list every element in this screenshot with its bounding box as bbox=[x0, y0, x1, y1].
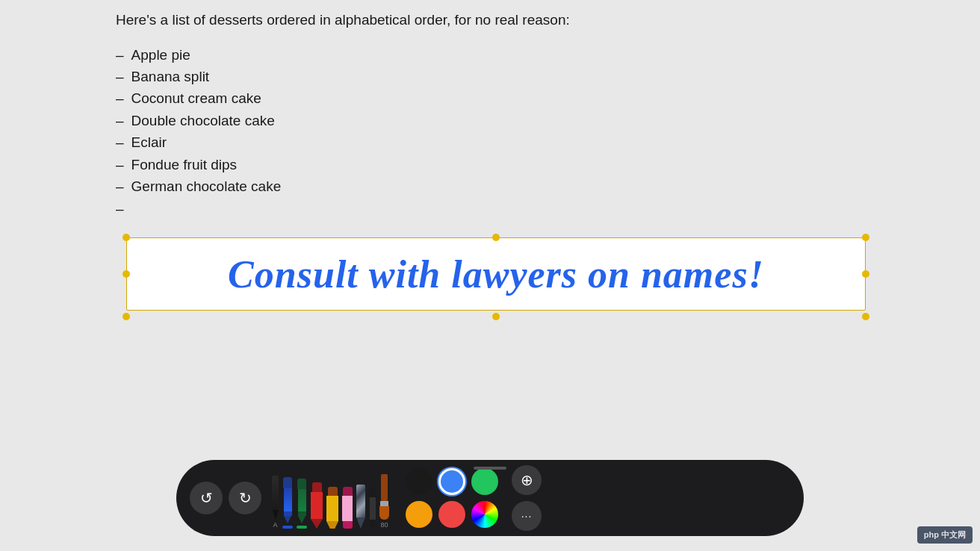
badge-text: php 中文网 bbox=[924, 530, 966, 539]
list-item: –Apple pie bbox=[116, 44, 864, 66]
drag-handle bbox=[474, 467, 506, 470]
main-content: Here's a list of desserts ordered in alp… bbox=[0, 0, 980, 331]
toolbar: ↺ ↻ A bbox=[176, 460, 804, 536]
paint-brush-tool[interactable]: 80 bbox=[379, 472, 389, 529]
intro-paragraph: Here's a list of desserts ordered in alp… bbox=[116, 10, 864, 31]
handwriting-content: Consult with lawyers on names! bbox=[228, 252, 764, 296]
dark-pen-tool[interactable] bbox=[369, 475, 376, 529]
undo-button[interactable]: ↺ bbox=[190, 482, 223, 514]
list-item: –Fondue fruit dips bbox=[116, 154, 864, 175]
handle-mr[interactable] bbox=[862, 270, 869, 278]
green-pen-tool[interactable] bbox=[297, 470, 307, 529]
dash: – bbox=[116, 110, 124, 131]
list-item: –Double chocolate cake bbox=[116, 110, 864, 131]
pink-tool[interactable] bbox=[342, 472, 353, 529]
red-marker-tool[interactable] bbox=[311, 470, 323, 529]
dash: – bbox=[116, 66, 124, 87]
color-red[interactable] bbox=[438, 501, 465, 528]
dash: – bbox=[116, 198, 124, 220]
dash: – bbox=[116, 44, 124, 66]
php-badge: php 中文网 bbox=[917, 526, 973, 544]
dash: – bbox=[116, 87, 124, 109]
yellow-highlighter-tool[interactable] bbox=[326, 470, 338, 529]
color-yellow[interactable] bbox=[406, 501, 432, 528]
pen-tools: A bbox=[272, 467, 389, 529]
handle-bl[interactable] bbox=[122, 313, 130, 320]
handle-bc[interactable] bbox=[492, 313, 500, 320]
color-blue[interactable] bbox=[438, 468, 465, 495]
gray-pencil-tool[interactable] bbox=[356, 473, 365, 529]
canvas-area: Here's a list of desserts ordered in alp… bbox=[0, 0, 980, 551]
list-item-empty: – bbox=[116, 198, 864, 220]
list-item: –Banana split bbox=[116, 66, 864, 87]
color-green[interactable] bbox=[471, 468, 498, 495]
blue-pen-tool[interactable] bbox=[282, 467, 293, 529]
annotation-box[interactable]: Consult with lawyers on names! bbox=[126, 237, 866, 311]
more-button[interactable]: ··· bbox=[512, 501, 542, 531]
color-swatches bbox=[406, 468, 498, 528]
handle-tr[interactable] bbox=[862, 234, 869, 241]
redo-button[interactable]: ↻ bbox=[229, 482, 261, 514]
list-item: –Eclair bbox=[116, 131, 864, 153]
add-button[interactable]: ⊕ bbox=[512, 465, 542, 495]
pencil-tool[interactable]: A bbox=[272, 470, 279, 529]
dessert-list: –Apple pie –Banana split –Coconut cream … bbox=[116, 44, 864, 220]
color-black[interactable] bbox=[406, 468, 432, 495]
handle-tc[interactable] bbox=[492, 234, 500, 241]
dash: – bbox=[116, 131, 124, 153]
color-picker[interactable] bbox=[471, 501, 498, 528]
handle-br[interactable] bbox=[862, 313, 869, 320]
list-item: –German chocolate cake bbox=[116, 175, 864, 197]
dash: – bbox=[116, 175, 124, 197]
dash: – bbox=[116, 154, 124, 175]
right-buttons: ⊕ ··· bbox=[512, 465, 542, 531]
list-item: –Coconut cream cake bbox=[116, 87, 864, 109]
annotation-container[interactable]: Consult with lawyers on names! bbox=[126, 237, 866, 317]
